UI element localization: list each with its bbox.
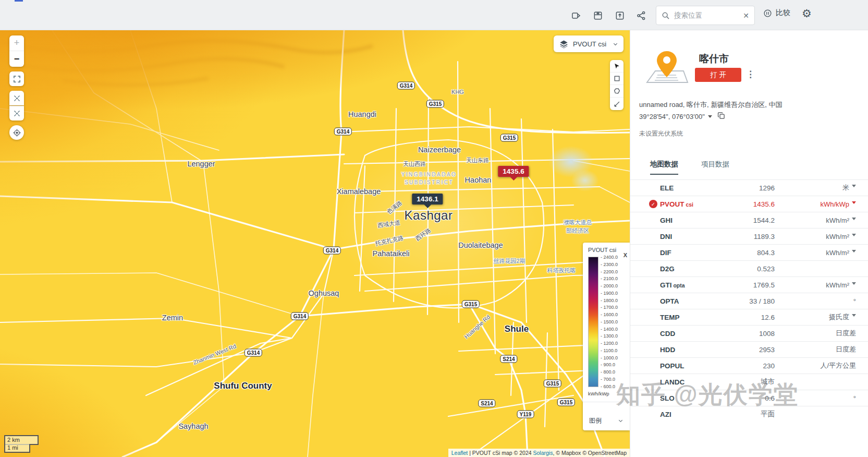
- compare-icon: [763, 9, 772, 18]
- map-label: Shufu County: [214, 380, 272, 393]
- row-unit: °: [775, 297, 856, 305]
- legend-tick: - 600.0: [601, 384, 618, 389]
- compare-button[interactable]: 比较: [763, 8, 790, 18]
- row-value: 12.6: [715, 314, 775, 321]
- measure-tool[interactable]: [610, 98, 624, 110]
- legend-tick-labels: - 2400.0- 2300.0- 2200.0- 2100.0- 2000.0…: [601, 255, 618, 389]
- row-unit[interactable]: kWh/m²: [775, 281, 856, 289]
- road-shield: G315: [426, 100, 444, 108]
- pvout-value-marker[interactable]: 1436.1: [412, 194, 443, 205]
- unit-caret-icon: [852, 282, 856, 287]
- row-label: HDD: [660, 346, 715, 354]
- pvout-value-marker[interactable]: 1435.6: [498, 166, 529, 177]
- legend-tick: - 1700.0: [601, 305, 618, 310]
- legend-unit: kWh/kWp: [588, 391, 609, 396]
- map-label: KHG: [451, 88, 464, 97]
- coords-format-caret-icon[interactable]: [708, 115, 712, 120]
- map-label: Sayhagh: [178, 421, 208, 432]
- fit-extent-button[interactable]: [9, 91, 24, 105]
- legend-toggle[interactable]: 图例: [583, 411, 630, 430]
- layer-selector[interactable]: PVOUT csi: [554, 35, 624, 52]
- collapse-arrows-icon: [13, 94, 21, 102]
- row-label: GTI opta: [660, 281, 715, 289]
- row-unit[interactable]: 摄氏度: [775, 312, 856, 322]
- location-title: 喀什市: [699, 52, 729, 66]
- row-unit[interactable]: kWh/m²: [775, 217, 856, 224]
- attribution-text: | PVOUT cSi map © 2024: [468, 450, 533, 456]
- road-shield: G314: [291, 312, 309, 320]
- row-value: 1544.2: [715, 217, 775, 224]
- row-unit[interactable]: kWh/m²: [775, 233, 856, 240]
- zoom-in-button[interactable]: +: [9, 35, 24, 51]
- row-label: PVOUT csi: [660, 200, 715, 208]
- more-options-icon[interactable]: ⋮: [746, 69, 755, 80]
- row-label: TEMP: [660, 314, 715, 321]
- legend-divider: [583, 402, 630, 402]
- map-canvas[interactable]: KHGHuangdiLenggerNaizeerbage天山西路天山东路YING…: [0, 30, 630, 457]
- legend-tick: - 1200.0: [601, 341, 618, 346]
- export-icon[interactable]: [613, 9, 627, 22]
- row-unit[interactable]: kWh/kWp: [775, 200, 856, 208]
- row-label: D2G: [660, 265, 715, 273]
- polygon-draw-tool[interactable]: [610, 85, 624, 98]
- map-label: YINGBINDADAO SUBDISTRICT: [401, 171, 457, 186]
- road-shield: G314: [334, 128, 352, 136]
- measure-ruler-icon: [614, 101, 620, 107]
- open-button[interactable]: 打开: [695, 68, 741, 82]
- map-label: 丝路花园2期: [493, 257, 525, 266]
- fullscreen-button[interactable]: [9, 71, 24, 86]
- legend-tick: - 700.0: [601, 377, 618, 382]
- clear-search-icon[interactable]: ✕: [743, 11, 749, 20]
- legend-close-icon[interactable]: X: [622, 251, 628, 259]
- road-shield: S214: [478, 400, 495, 407]
- zoom-out-button[interactable]: −: [9, 51, 24, 67]
- row-value: 城市: [715, 377, 775, 387]
- map-label: Naizeerbage: [418, 145, 461, 155]
- print-icon[interactable]: [591, 9, 605, 22]
- data-row-azi: AZI平面: [630, 406, 868, 422]
- unit-caret-icon: [852, 185, 856, 189]
- tag-icon[interactable]: [569, 9, 583, 22]
- copy-icon[interactable]: [717, 112, 725, 121]
- search-icon: [662, 11, 670, 20]
- data-row-dni: DNI1189.3kWh/m²: [630, 228, 868, 244]
- rectangle-draw-tool[interactable]: [610, 73, 624, 85]
- fullscreen-icon: [13, 75, 21, 83]
- rectangle-icon: [614, 75, 620, 82]
- legend-tick: - 800.0: [601, 369, 618, 375]
- map-data-table: ELE1296米✓PVOUT csi1435.6kWh/kWpGHI1544.2…: [630, 179, 868, 422]
- map-label: Shule: [505, 323, 529, 336]
- row-value: 1008: [715, 330, 775, 338]
- row-value: 0.6: [715, 394, 775, 402]
- legend-tick: - 1000.0: [601, 355, 618, 360]
- fit-selection-button[interactable]: [9, 106, 24, 121]
- attribution-link[interactable]: Solargis: [533, 450, 553, 456]
- data-row-d2g: D2G0.523: [630, 260, 868, 276]
- row-unit[interactable]: 米: [775, 183, 856, 193]
- road-shield: G314: [244, 349, 262, 357]
- row-value: 33 / 180: [715, 297, 775, 305]
- data-row-gti: GTI opta1769.5kWh/m²: [630, 276, 868, 293]
- legend-tick: - 1300.0: [601, 333, 618, 339]
- tab-map-data[interactable]: 地图数据: [650, 160, 678, 175]
- layer-selector-label: PVOUT csi: [573, 40, 608, 48]
- locate-me-button[interactable]: [9, 125, 24, 140]
- attribution-link[interactable]: Leaflet: [451, 450, 468, 456]
- top-toolbar: ✕ 比较 ⚙: [0, 0, 868, 30]
- unit-caret-icon: [852, 218, 856, 222]
- tab-project-data[interactable]: 项目数据: [701, 160, 729, 175]
- legend-tick: - 1800.0: [601, 298, 618, 303]
- row-unit[interactable]: kWh/m²: [775, 249, 856, 257]
- legend-tick: - 1100.0: [601, 348, 618, 353]
- search-input[interactable]: [674, 11, 739, 19]
- data-row-opta: OPTA33 / 180°: [630, 293, 868, 309]
- legend-tick: - 2300.0: [601, 262, 618, 267]
- settings-gear-icon[interactable]: ⚙: [802, 7, 812, 20]
- select-cursor-tool[interactable]: [610, 60, 624, 73]
- share-icon[interactable]: [634, 9, 648, 22]
- location-address: unnamed road, 喀什市, 新疆维吾尔自治区, 中国: [639, 100, 858, 110]
- row-label: DNI: [660, 233, 715, 240]
- road-shield: G314: [397, 82, 415, 90]
- polygon-icon: [614, 88, 620, 94]
- road-shield: G314: [323, 247, 341, 255]
